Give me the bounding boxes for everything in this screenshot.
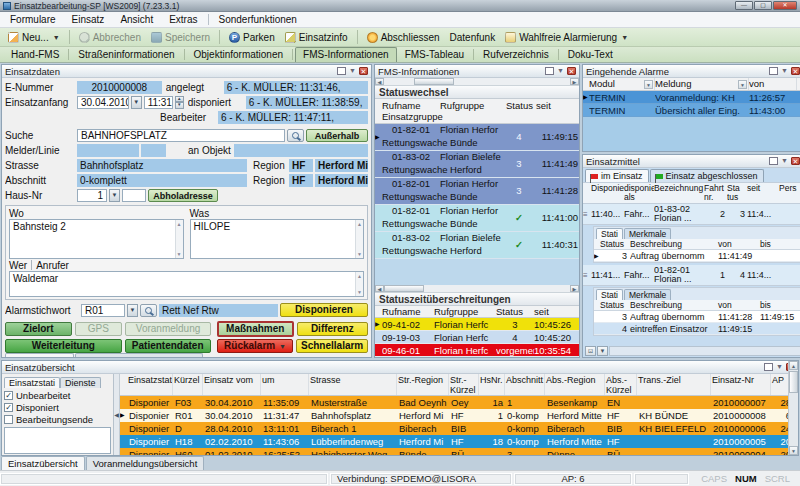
close-icon[interactable]: ✕ xyxy=(567,67,576,75)
checkbox-bearbeitungsende[interactable]: Bearbeitungsende xyxy=(4,413,111,425)
column-header[interactable]: von xyxy=(718,300,760,310)
anrufer-textarea[interactable]: Waldemar ▲▼ xyxy=(9,271,364,297)
chevron-down-icon[interactable]: ▼ xyxy=(597,346,608,356)
alarmstichwort-search-icon[interactable] xyxy=(140,304,157,317)
cancel-button[interactable]: Abbrechen xyxy=(75,31,145,44)
table-row[interactable]: ▶DisponierR0130.04.201011:31:47Bahnhofsp… xyxy=(120,409,798,422)
tab-strasseninformationen[interactable]: Straßeninformationen xyxy=(71,48,181,62)
column-header[interactable]: Rufname xyxy=(382,100,440,111)
column-header[interactable]: Einsatz-Nr xyxy=(711,374,771,395)
time-spinner[interactable]: ▲▼ xyxy=(175,96,184,109)
menu-sonderfunktionen[interactable]: Sonderfunktionen xyxy=(211,13,305,26)
e-nummer-field[interactable]: 2010000008 xyxy=(77,81,162,94)
restore-icon[interactable] xyxy=(769,157,778,165)
tab-patiententransport[interactable]: Patiententransport anlegen xyxy=(75,353,203,358)
massnahmen-button[interactable]: Maßnahmen xyxy=(217,321,294,337)
column-header[interactable]: Abschnitt xyxy=(505,374,545,395)
close-icon[interactable]: ✕ xyxy=(791,157,800,165)
horizontal-scrollbar[interactable] xyxy=(609,346,800,356)
datenfunk-button[interactable]: Datenfunk xyxy=(446,31,500,44)
stati-row[interactable]: 4 eintreffen Einsatzor 11:49:15 xyxy=(594,323,800,335)
schnellalarm-button[interactable]: Schnellalarm xyxy=(296,339,368,353)
column-header[interactable]: disponiert als xyxy=(624,183,654,203)
column-header[interactable]: seit xyxy=(747,183,779,203)
tab-rufverzeichnis[interactable]: Rufverzeichnis xyxy=(476,48,556,62)
column-header[interactable]: Status xyxy=(496,306,534,317)
tab-stati[interactable]: Stati xyxy=(596,289,623,300)
tab-fms-informationen[interactable]: FMS-Informationen xyxy=(295,47,397,62)
column-header[interactable]: von xyxy=(718,239,760,249)
column-header[interactable]: Kürzel xyxy=(173,374,203,395)
column-header[interactable]: Pers. xyxy=(779,183,797,203)
scrollbar[interactable]: ▲▼ xyxy=(355,272,363,296)
hausnr-dropdown-button[interactable]: ▼ xyxy=(109,189,120,202)
tab-stati[interactable]: Stati xyxy=(596,228,623,239)
zeit-field[interactable]: 11:31 xyxy=(144,96,173,109)
close-icon[interactable]: ✕ xyxy=(791,67,800,75)
status-listbox[interactable] xyxy=(4,427,111,454)
table-row[interactable]: DisponierD28.04.201013:11:01Biberach 1Bi… xyxy=(120,422,798,435)
was-textarea[interactable]: HILOPE ▲▼ xyxy=(190,219,365,259)
search-icon[interactable] xyxy=(287,129,304,142)
column-header[interactable]: Rufgruppe xyxy=(440,100,506,111)
einsatzinfo-button[interactable]: Einsatzinfo xyxy=(281,31,352,44)
filter-toggle-icon[interactable]: ⊡ xyxy=(585,346,596,356)
filter-dropdown-icon[interactable]: ▼ xyxy=(644,80,653,89)
column-header[interactable]: Rufgruppe xyxy=(434,306,496,317)
tab-fms-tableau[interactable]: FMS-Tableau xyxy=(398,48,471,62)
date-dropdown-button[interactable]: ▼ xyxy=(131,96,142,109)
restore-icon[interactable] xyxy=(337,67,346,75)
ueberschreitung-row[interactable]: 09-19-03 Florian Herfc 4 10:45:20 xyxy=(375,331,579,344)
column-header[interactable]: Meldung▼ xyxy=(655,78,749,90)
scrollbar[interactable]: ▲▼ xyxy=(175,220,183,258)
table-row[interactable]: DisponierH1802.02.201011:43:06Lübberlind… xyxy=(120,435,798,448)
abschnitt-field[interactable]: 0-komplett xyxy=(77,174,247,187)
tab-dienste[interactable]: Dienste xyxy=(60,377,101,388)
hausnr-field[interactable]: 1 xyxy=(77,189,107,202)
column-header[interactable]: Trans.-Ziel xyxy=(637,374,711,395)
column-header[interactable]: Einsatzstatus xyxy=(127,374,173,395)
column-header[interactable]: Einsatz vom xyxy=(203,374,261,395)
column-header[interactable]: Bezeichnung xyxy=(654,183,704,203)
stati-row[interactable]: 3 Auftrag übernomm 11:41:28 11:49:15 xyxy=(594,311,800,323)
menu-extras[interactable]: Extras xyxy=(161,13,205,26)
column-header[interactable]: Modul▼ xyxy=(589,78,655,90)
disponieren-button[interactable]: Disponieren xyxy=(280,303,368,317)
close-button[interactable]: ✕ xyxy=(773,1,797,10)
stati-row[interactable]: ▶ 3 Auftrag übernomm 11:41:49 xyxy=(594,250,800,262)
search-input[interactable]: BAHNHOFSPLATZ xyxy=(77,129,285,142)
an-objekt-field[interactable] xyxy=(234,144,368,157)
voranmeldung-button[interactable]: Voranmeldung xyxy=(125,322,211,336)
linie-field[interactable] xyxy=(141,144,166,157)
column-header[interactable]: Str.-Kürzel xyxy=(449,374,479,395)
wahlfreie-alarmierung-button[interactable]: Wahlfreie Alarmierung▼ xyxy=(501,31,632,44)
tab-im-einsatz[interactable]: im Einsatz xyxy=(585,169,649,182)
column-header[interactable]: bis xyxy=(760,300,800,310)
column-header[interactable]: Fahrt nr. xyxy=(704,183,727,203)
column-header[interactable]: Rufname xyxy=(382,306,434,317)
checkbox-disponiert[interactable]: ✓ Disponiert xyxy=(4,401,111,413)
differenz-button[interactable]: Differenz xyxy=(297,322,368,336)
tab-voranmeldungsuebersicht[interactable]: Voranmeldungsübersicht xyxy=(86,456,205,470)
tab-merkmale[interactable]: Merkmale xyxy=(624,228,671,239)
wo-textarea[interactable]: Bahnsteig 2 ▲▼ xyxy=(9,219,184,259)
column-header[interactable]: Einsatzgruppe xyxy=(375,111,579,122)
status-row[interactable]: 01-83-02 Florian Bielefe Rettungswache H… xyxy=(375,232,579,259)
tab-merkmale[interactable]: Merkmale xyxy=(624,289,671,300)
ausserhalb-button[interactable]: Außerhalb xyxy=(306,129,368,142)
tab-einsatzuebersicht[interactable]: Einsatzübersicht xyxy=(1,456,85,470)
alarmstichwort-field[interactable]: R01 xyxy=(81,304,125,317)
strasse-field[interactable]: Bahnhofsplatz xyxy=(77,159,247,172)
rueckalarm-button[interactable]: Rückalarm ▼ xyxy=(217,339,294,353)
weiterleitung-button[interactable]: Weiterleitung xyxy=(5,339,122,353)
horizontal-scrollbar[interactable]: ◀▶ xyxy=(375,78,579,86)
tab-einsatzdaten[interactable]: Einsatzdaten xyxy=(5,353,74,358)
column-header[interactable]: Status xyxy=(600,300,630,310)
melder-field[interactable] xyxy=(77,144,139,157)
tab-objektinformationen[interactable]: Objektinformationen xyxy=(187,48,291,62)
restore-icon[interactable] xyxy=(769,67,778,75)
abschliessen-button[interactable]: Abschliessen xyxy=(363,31,444,44)
restore-icon[interactable] xyxy=(545,67,554,75)
tab-einsatz-abgeschlossen[interactable]: Einsatz abgeschlossen xyxy=(650,169,764,182)
new-button[interactable]: Neu...▼ xyxy=(4,31,64,44)
